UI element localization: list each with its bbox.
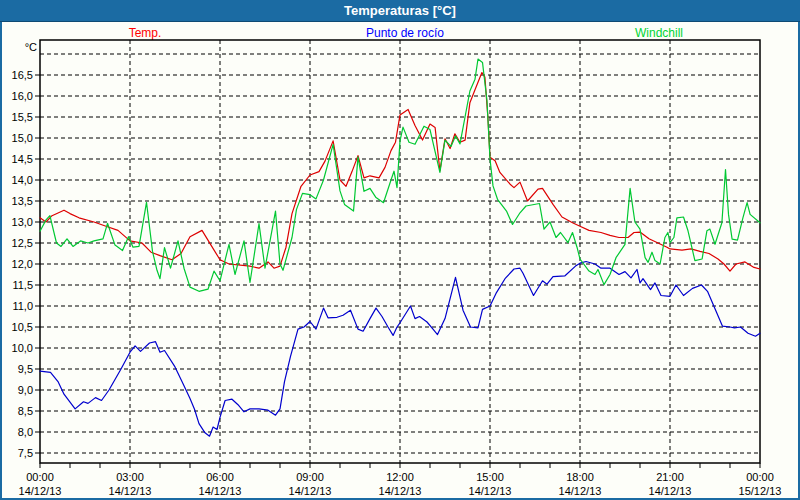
y-tick-label: 11,5: [12, 279, 33, 291]
y-tick-label: 10,5: [12, 321, 33, 333]
y-axis-unit: °C: [25, 41, 37, 53]
y-tick-label: 13,0: [12, 216, 33, 228]
y-tick-label: 12,5: [12, 237, 33, 249]
chart-area: 16,516,015,515,014,514,013,513,012,512,0…: [0, 22, 800, 500]
y-tick-label: 9,5: [18, 363, 33, 375]
x-tick-date-label: 14/12/13: [379, 485, 422, 497]
x-tick-time-label: 09:00: [296, 471, 324, 483]
y-tick-label: 14,0: [12, 174, 33, 186]
y-tick-label: 9,0: [18, 384, 33, 396]
title-bar[interactable]: Temperaturas [°C]: [0, 0, 800, 22]
y-tick-label: 8,0: [18, 426, 33, 438]
x-tick-date-label: 14/12/13: [289, 485, 332, 497]
x-tick-time-label: 15:00: [476, 471, 504, 483]
y-tick-label: 14,5: [12, 153, 33, 165]
x-tick-time-label: 00:00: [746, 471, 774, 483]
y-tick-label: 16,0: [12, 90, 33, 102]
y-tick-label: 13,5: [12, 195, 33, 207]
page-title: Temperaturas [°C]: [344, 3, 456, 18]
x-tick-time-label: 21:00: [656, 471, 684, 483]
x-tick-date-label: 14/12/13: [19, 485, 62, 497]
y-tick-label: 8,5: [18, 405, 33, 417]
temperature-chart: 16,516,015,515,014,514,013,513,012,512,0…: [0, 22, 800, 500]
y-tick-label: 15,5: [12, 111, 33, 123]
y-tick-label: 10,0: [12, 342, 33, 354]
x-tick-date-label: 14/12/13: [109, 485, 152, 497]
x-tick-date-label: 14/12/13: [649, 485, 692, 497]
x-tick-time-label: 18:00: [566, 471, 594, 483]
x-tick-date-label: 15/12/13: [739, 485, 782, 497]
x-tick-time-label: 00:00: [26, 471, 54, 483]
x-tick-time-label: 12:00: [386, 471, 414, 483]
x-tick-time-label: 06:00: [206, 471, 234, 483]
y-tick-label: 11,0: [12, 300, 33, 312]
y-tick-label: 16,5: [12, 69, 33, 81]
y-tick-label: 7,5: [18, 447, 33, 459]
x-tick-date-label: 14/12/13: [559, 485, 602, 497]
x-tick-time-label: 03:00: [116, 471, 144, 483]
series-line-0: [40, 73, 760, 272]
y-tick-label: 15,0: [12, 132, 33, 144]
x-tick-date-label: 14/12/13: [199, 485, 242, 497]
x-tick-date-label: 14/12/13: [469, 485, 512, 497]
y-tick-label: 12,0: [12, 258, 33, 270]
